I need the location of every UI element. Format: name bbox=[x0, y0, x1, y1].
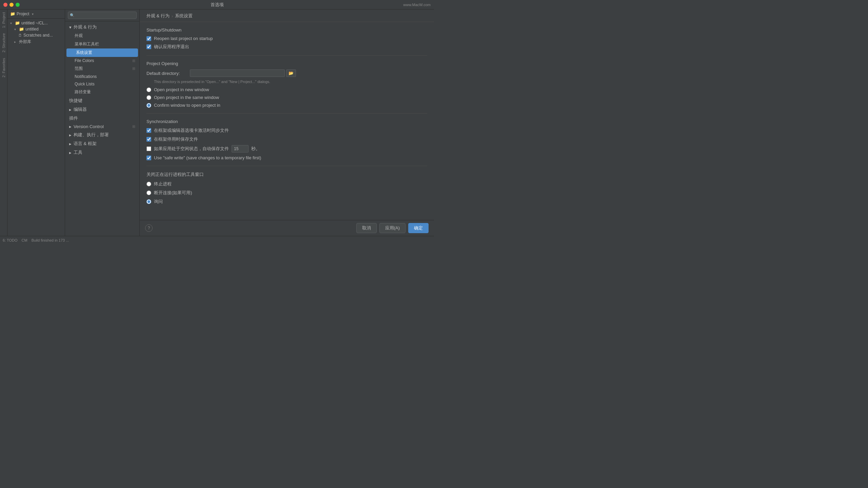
nav-label-build: 构建、执行，部署 bbox=[74, 132, 109, 138]
nav-item-appearance-behavior[interactable]: ▾ 外观 & 行为 bbox=[65, 23, 139, 32]
close-button[interactable] bbox=[3, 3, 7, 7]
nav-item-path-vars[interactable]: 路径变量 bbox=[65, 88, 139, 96]
cancel-button[interactable]: 取消 bbox=[356, 223, 377, 233]
open-same-window-radio[interactable] bbox=[146, 95, 151, 100]
autosave-idle-label[interactable]: 如果应用处于空闲状态，自动保存文件 bbox=[146, 146, 229, 152]
nav-item-file-colors[interactable]: File Colors ⊞ bbox=[65, 57, 139, 64]
disconnect-label[interactable]: 断开连接(如果可用) bbox=[146, 190, 192, 196]
titlebar-title: 首选项 bbox=[211, 2, 224, 8]
ok-button[interactable]: 确定 bbox=[408, 223, 429, 233]
autosave-idle-checkbox[interactable] bbox=[146, 146, 151, 151]
default-directory-input[interactable] bbox=[190, 69, 285, 77]
open-same-window-text: Open project in the same window bbox=[154, 95, 219, 100]
settings-footer: ? 取消 应用(A) 确定 bbox=[140, 220, 434, 236]
nav-item-plugins[interactable]: 插件 bbox=[65, 114, 139, 123]
titlebar: 首选项 www.MacW.com bbox=[0, 0, 434, 9]
nav-item-menus-toolbars[interactable]: 菜单和工具栏 bbox=[65, 40, 139, 48]
sidebar-tree: ▾ 📁 untitled ~/CL... ▾ 📁 untitled 🗒 Scra… bbox=[7, 19, 65, 47]
nav-item-version-control[interactable]: ▸ Version Control ⊞ bbox=[65, 123, 139, 130]
nav-item-notifications[interactable]: Notifications bbox=[65, 73, 139, 80]
reopen-label[interactable]: Reopen last project on startup bbox=[146, 36, 213, 41]
help-button[interactable]: ? bbox=[145, 224, 153, 232]
project-header[interactable]: 📁 Project ▾ bbox=[7, 9, 65, 19]
project-label: Project bbox=[17, 12, 29, 16]
scratch-icon: 🗒 bbox=[18, 33, 22, 37]
tree-label-untitled: untitled bbox=[25, 27, 39, 32]
cm-indicator[interactable]: CM bbox=[22, 238, 27, 242]
side-label-strip: 1: Project 2: Structure 2: Favorites bbox=[0, 9, 7, 236]
nav-item-scope[interactable]: 范围 ⊞ bbox=[65, 64, 139, 73]
terminate-text: 终止进程 bbox=[154, 181, 172, 187]
sync-tabs-checkbox[interactable] bbox=[146, 128, 151, 133]
nav-label-path-vars: 路径变量 bbox=[75, 89, 91, 95]
sync-tabs-label[interactable]: 在框架或编辑器选项卡激活时同步文件 bbox=[146, 127, 229, 134]
project-opening-title: Project Opening bbox=[146, 61, 427, 66]
nav-arrow-build: ▸ bbox=[69, 133, 72, 138]
confirm-window-label[interactable]: Confirm window to open project in bbox=[146, 103, 220, 108]
open-new-window-radio[interactable] bbox=[146, 87, 151, 92]
apply-button[interactable]: 应用(A) bbox=[379, 223, 406, 233]
todo-indicator[interactable]: 6: TODO bbox=[3, 238, 18, 242]
autosave-idle-row: 如果应用处于空闲状态，自动保存文件 秒。 bbox=[146, 145, 427, 152]
nav-item-system-settings[interactable]: 系统设置 bbox=[66, 48, 138, 57]
terminate-radio[interactable] bbox=[146, 182, 151, 186]
nav-item-build[interactable]: ▸ 构建、执行，部署 bbox=[65, 130, 139, 139]
nav-label-editor: 编辑器 bbox=[74, 106, 87, 113]
nav-label-appearance: 外观 & 行为 bbox=[74, 24, 97, 30]
folder-icon: 📁 bbox=[10, 12, 15, 16]
autosave-seconds-input[interactable] bbox=[232, 145, 249, 152]
tree-item-untitled[interactable]: ▾ 📁 untitled bbox=[7, 26, 65, 32]
safe-write-label[interactable]: Use "safe write" (save changes to a temp… bbox=[146, 155, 261, 160]
nav-label-quick-lists: Quick Lists bbox=[75, 82, 95, 86]
confirm-exit-checkbox[interactable] bbox=[146, 44, 151, 49]
reopen-checkbox[interactable] bbox=[146, 36, 151, 41]
nav-item-keymap[interactable]: 快捷键 bbox=[65, 96, 139, 105]
terminate-row: 终止进程 bbox=[146, 181, 427, 187]
minimize-button[interactable] bbox=[9, 3, 14, 7]
open-same-window-label[interactable]: Open project in the same window bbox=[146, 95, 219, 100]
ask-radio[interactable] bbox=[146, 199, 151, 204]
tree-item-scratches[interactable]: 🗒 Scratches and... bbox=[7, 32, 65, 38]
tree-item-untitled-root[interactable]: ▾ 📁 untitled ~/CL... bbox=[7, 20, 65, 26]
favorites-side-label[interactable]: 2: Favorites bbox=[2, 55, 6, 80]
nav-item-quick-lists[interactable]: Quick Lists bbox=[65, 80, 139, 88]
nav-label-menus: 菜单和工具栏 bbox=[75, 41, 99, 47]
maximize-button[interactable] bbox=[16, 3, 20, 7]
project-side-label[interactable]: 1: Project bbox=[2, 9, 6, 30]
open-same-window-row: Open project in the same window bbox=[146, 95, 427, 100]
nav-item-appearance[interactable]: 外观 bbox=[65, 32, 139, 40]
build-status: Build finished in 173 ... bbox=[32, 238, 69, 242]
nav-label-tools: 工具 bbox=[74, 149, 82, 156]
save-on-suspend-label[interactable]: 在框架停用时保存文件 bbox=[146, 136, 198, 142]
divider-1 bbox=[146, 55, 427, 56]
disconnect-radio[interactable] bbox=[146, 190, 151, 195]
structure-side-label[interactable]: 2: Structure bbox=[2, 30, 6, 55]
nav-item-editor[interactable]: ▸ 编辑器 bbox=[65, 105, 139, 114]
confirm-exit-text: 确认应用程序退出 bbox=[154, 44, 189, 50]
confirm-exit-row: 确认应用程序退出 bbox=[146, 44, 427, 50]
terminate-label[interactable]: 终止进程 bbox=[146, 181, 172, 187]
directory-hint: This directory is preselected in "Open..… bbox=[154, 80, 427, 84]
nav-label-keymap: 快捷键 bbox=[69, 98, 82, 104]
nav-item-tools[interactable]: ▸ 工具 bbox=[65, 148, 139, 157]
default-directory-row: Default directory: 📂 bbox=[146, 69, 427, 77]
nav-label-languages: 语言 & 框架 bbox=[74, 141, 97, 147]
nav-label-scope: 范围 bbox=[75, 66, 83, 72]
safe-write-checkbox[interactable] bbox=[146, 156, 151, 160]
sync-tabs-text: 在框架或编辑器选项卡激活时同步文件 bbox=[154, 127, 229, 134]
nav-label-system: 系统设置 bbox=[76, 50, 92, 56]
open-new-window-row: Open project in new window bbox=[146, 87, 427, 92]
save-on-suspend-checkbox[interactable] bbox=[146, 137, 151, 142]
tree-item-label: untitled ~/CL... bbox=[21, 21, 48, 25]
reopen-last-project-row: Reopen last project on startup bbox=[146, 36, 427, 41]
tree-item-ext-libs[interactable]: ▸ 外部库 bbox=[7, 38, 65, 45]
file-colors-icon: ⊞ bbox=[132, 59, 135, 63]
browse-button[interactable]: 📂 bbox=[286, 69, 296, 77]
nav-item-languages[interactable]: ▸ 语言 & 框架 bbox=[65, 139, 139, 148]
settings-search-input[interactable] bbox=[68, 12, 137, 19]
ask-label[interactable]: 询问 bbox=[146, 199, 163, 205]
open-new-window-label[interactable]: Open project in new window bbox=[146, 87, 209, 92]
confirm-window-radio[interactable] bbox=[146, 103, 151, 108]
project-dropdown-icon[interactable]: ▾ bbox=[32, 12, 34, 16]
confirm-exit-label[interactable]: 确认应用程序退出 bbox=[146, 44, 189, 50]
